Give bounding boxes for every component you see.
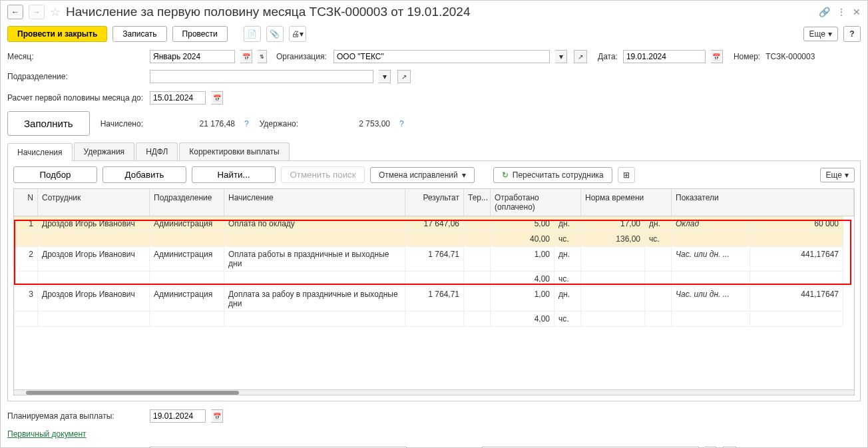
grid-more-button[interactable]: Еще ▾ — [820, 168, 855, 182]
page-title: Начисление за первую половину месяца ТСЗ… — [66, 5, 813, 19]
plan-calendar-icon[interactable]: 📅 — [211, 409, 223, 423]
close-icon[interactable]: ✕ — [853, 7, 861, 17]
more-button[interactable]: Еще ▾ — [803, 27, 838, 41]
col-norm[interactable]: Норма времени — [581, 189, 672, 216]
withheld-label: Удержано: — [260, 119, 298, 128]
date-label: Дата: — [598, 52, 618, 61]
dept-open-icon[interactable]: ↗ — [397, 70, 411, 83]
dept-dropdown-icon[interactable]: ▾ — [379, 70, 391, 83]
col-employee[interactable]: Сотрудник — [38, 189, 150, 216]
num-value: ТСЗК-000003 — [765, 52, 832, 61]
print-icon-button[interactable]: 🖨▾ — [289, 26, 306, 42]
org-label: Организация: — [276, 52, 328, 61]
accrued-help-icon[interactable]: ? — [244, 119, 249, 128]
dept-label: Подразделение: — [7, 72, 144, 81]
help-button[interactable]: ? — [843, 26, 861, 42]
attach-icon-button[interactable]: 📎 — [266, 26, 284, 42]
save-button[interactable]: Записать — [112, 26, 166, 42]
find-button[interactable]: Найти... — [192, 166, 276, 183]
grid-scrollbar[interactable] — [14, 389, 854, 395]
num-label: Номер: — [734, 52, 760, 61]
link-icon[interactable]: 🔗 — [819, 7, 830, 17]
tab-corrections[interactable]: Корректировки выплаты — [179, 142, 289, 160]
col-indicators[interactable]: Показатели — [672, 189, 854, 216]
col-department[interactable]: Подразделение — [150, 189, 224, 216]
accruals-grid: N Сотрудник Подразделение Начисление Рез… — [13, 188, 855, 395]
cancel-search-button[interactable]: Отменить поиск — [281, 166, 365, 183]
withheld-help-icon[interactable]: ? — [399, 119, 404, 128]
month-calendar-icon[interactable]: 📅 — [240, 50, 252, 63]
table-row[interactable]: 2 Дроздов Игорь Иванович Администрация О… — [14, 247, 854, 272]
table-row[interactable]: 4,00 чс. — [14, 272, 854, 287]
month-spinner[interactable]: ⇅ — [258, 50, 267, 63]
accrued-label: Начислено: — [101, 119, 143, 128]
table-row[interactable]: 40,00 чс. 136,00 чс. — [14, 232, 854, 247]
table-row[interactable]: 1 Дроздов Игорь Иванович Администрация О… — [14, 216, 854, 232]
plan-date-label: Планируемая дата выплаты: — [7, 411, 144, 421]
post-and-close-button[interactable]: Провести и закрыть — [7, 26, 107, 42]
col-result[interactable]: Результат — [405, 189, 464, 216]
calc-label: Расчет первой половины месяца до: — [7, 93, 144, 103]
grid-settings-icon[interactable]: ⊞ — [618, 167, 635, 183]
menu-dots-icon[interactable]: ⋮ — [837, 7, 846, 17]
col-worked[interactable]: Отработано (оплачено) — [491, 189, 581, 216]
table-row[interactable]: 4,00 чс. — [14, 312, 854, 327]
month-input[interactable] — [150, 50, 235, 63]
fill-button[interactable]: Заполнить — [7, 111, 90, 136]
calc-date-input[interactable] — [150, 91, 206, 105]
plan-date-input[interactable] — [150, 409, 206, 423]
recalc-button[interactable]: ↻Пересчитать сотрудника — [493, 167, 612, 183]
date-input[interactable] — [623, 50, 706, 63]
post-button[interactable]: Провести — [172, 26, 228, 42]
org-input[interactable] — [333, 50, 550, 63]
org-open-icon[interactable]: ↗ — [574, 50, 587, 63]
calc-calendar-icon[interactable]: 📅 — [211, 91, 223, 105]
withheld-value: 2 753,00 — [304, 118, 394, 130]
tab-ndfl[interactable]: НДФЛ — [136, 142, 178, 160]
col-n[interactable]: N — [14, 189, 38, 216]
tab-deductions[interactable]: Удержания — [74, 142, 135, 160]
accrued-value: 21 176,48 — [148, 118, 239, 130]
nav-back-button[interactable]: ← — [7, 5, 23, 19]
dept-input[interactable] — [150, 70, 373, 83]
add-button[interactable]: Добавить — [103, 166, 186, 183]
table-row[interactable]: 3 Дроздов Игорь Иванович Администрация Д… — [14, 287, 854, 312]
date-calendar-icon[interactable]: 📅 — [711, 50, 723, 63]
report-icon-button[interactable]: 📄 — [244, 26, 261, 42]
pick-button[interactable]: Подбор — [13, 166, 97, 183]
primary-document-link[interactable]: Первичный документ — [7, 429, 87, 439]
tab-accruals[interactable]: Начисления — [7, 143, 73, 161]
nav-forward-button[interactable]: → — [29, 5, 45, 19]
favorite-star-icon[interactable]: ☆ — [50, 5, 61, 19]
col-accrual[interactable]: Начисление — [224, 189, 405, 216]
org-dropdown-icon[interactable]: ▾ — [555, 50, 567, 63]
month-label: Месяц: — [7, 52, 144, 61]
cancel-fix-button[interactable]: Отмена исправлений▾ — [370, 167, 475, 183]
col-territory[interactable]: Тер... — [464, 189, 491, 216]
